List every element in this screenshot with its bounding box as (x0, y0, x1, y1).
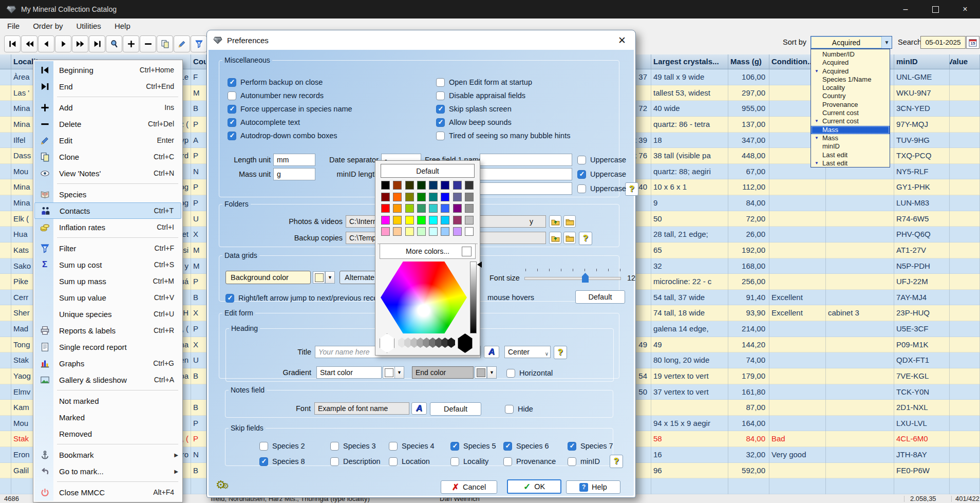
menu-item-add[interactable]: AddIns (34, 99, 181, 116)
color-swatch[interactable] (465, 181, 474, 190)
menu-item-beginning[interactable]: BeginningCtrl+Home (34, 62, 181, 78)
horizontal-checkbox[interactable]: Horizontal (506, 366, 553, 380)
color-swatch[interactable] (465, 193, 474, 201)
help-button[interactable]: ? Help (566, 480, 620, 494)
color-swatch[interactable] (417, 227, 426, 236)
chevron-down-icon[interactable]: ▼ (881, 36, 892, 48)
hex-color-wheel[interactable] (381, 262, 467, 333)
skip-checkbox-species-3[interactable]: Species 3 (330, 439, 376, 453)
skip-checkbox-location[interactable]: Location (389, 455, 430, 468)
menu-item-sum-up-mass[interactable]: Sum up massCtrl+M (34, 273, 181, 289)
search-input[interactable]: 05-01-2025 (920, 36, 966, 49)
color-swatch[interactable] (453, 181, 462, 190)
align-combobox[interactable]: Center∨ (504, 346, 551, 358)
color-swatch[interactable] (381, 216, 390, 225)
menu-item-gallery-slideshow[interactable]: Gallery & slideshowCtrl+A (34, 371, 181, 388)
toolbar-prev-button[interactable] (38, 35, 54, 52)
sort-option-minid[interactable]: minID (811, 142, 890, 151)
sort-option-acquired[interactable]: ▼Acquired (811, 67, 890, 76)
start-color-swatch[interactable] (383, 366, 395, 379)
menu-item-unique-species[interactable]: Unique speciesCtrl+U (34, 306, 181, 322)
menu-item-sum-up-value[interactable]: Sum up valueCtrl+V (34, 289, 181, 306)
free-field-2-input[interactable] (480, 168, 572, 180)
skip-checkbox-species-7[interactable]: Species 7 (568, 439, 613, 453)
help-button[interactable]: ? (625, 182, 638, 196)
color-swatch[interactable] (441, 181, 449, 190)
toolbar-add-button[interactable] (123, 35, 139, 52)
menu-item-go-to-mark-[interactable]: Go to mark...▶ (34, 463, 181, 479)
toolbar-clone-button[interactable] (157, 35, 173, 52)
maximize-icon[interactable] (920, 0, 950, 18)
menu-item-graphs[interactable]: GraphsCtrl+G (34, 355, 181, 371)
menu-item-contacts[interactable]: ContactsCtrl+T (34, 202, 181, 219)
menu-item-not-marked[interactable]: Not marked (34, 393, 181, 409)
color-swatch[interactable] (381, 181, 390, 190)
sort-option-locality[interactable]: Locality (811, 84, 890, 92)
color-swatch[interactable] (381, 193, 390, 201)
skip-checkbox-species-5[interactable]: Species 5 (450, 439, 496, 453)
help-button[interactable]: ? (610, 455, 623, 468)
color-swatch[interactable] (393, 181, 402, 190)
column-header-big[interactable]: Largest crystals... (651, 54, 728, 69)
toolbar-last-button[interactable] (89, 35, 105, 52)
mass-unit-input[interactable]: g (273, 168, 315, 180)
misc-checkbox[interactable]: Autocomplete text (228, 116, 352, 129)
menu-item-delete[interactable]: DeleteCtrl+Del (34, 116, 181, 132)
color-swatch[interactable] (453, 216, 462, 225)
menu-item-species[interactable]: Species (34, 186, 181, 202)
default-color-button[interactable]: Default (381, 164, 475, 178)
sort-by-combobox[interactable]: Acquired ▼ (811, 36, 892, 49)
browse-folder-button[interactable] (563, 215, 576, 228)
notes-default-button[interactable]: Default (430, 402, 481, 416)
cancel-button[interactable]: ✗ Cancel (441, 480, 497, 494)
menu-item-filter[interactable]: FilterCtrl+F (34, 240, 181, 256)
color-swatch[interactable] (393, 193, 402, 201)
sort-option-last-edit[interactable]: Last edit (811, 151, 890, 159)
sort-option-current-cost[interactable]: ▼Current cost (811, 117, 890, 125)
color-swatch[interactable] (453, 204, 462, 213)
chevron-down-icon[interactable]: ▼ (487, 366, 497, 379)
more-colors-button[interactable]: More colors... (380, 244, 476, 259)
color-swatch[interactable] (441, 227, 449, 236)
color-swatch[interactable] (405, 181, 414, 190)
color-swatch[interactable] (417, 181, 426, 190)
free-field-1-input[interactable] (480, 154, 572, 166)
free-field-3-input[interactable] (480, 182, 572, 195)
color-swatch[interactable] (393, 216, 402, 225)
menu-item-bookmark[interactable]: Bookmark▶ (34, 446, 181, 463)
grid-default-button[interactable]: Default (575, 290, 625, 304)
toolbar-filter-button[interactable] (191, 35, 207, 52)
color-swatch[interactable] (441, 216, 449, 225)
menu-item-close-mmcc[interactable]: Close MMCCAlt+F4 (34, 484, 181, 500)
skip-checkbox-species-8[interactable]: Species 8 (259, 455, 305, 468)
toolbar-zoom-button[interactable] (106, 35, 122, 52)
grayscale-marker-icon[interactable] (477, 262, 482, 268)
slider-thumb[interactable] (582, 273, 589, 283)
browse-home-button[interactable] (549, 232, 561, 244)
skip-checkbox-species-6[interactable]: Species 6 (503, 439, 549, 453)
font-picker-button[interactable]: A (411, 402, 427, 415)
color-swatch[interactable] (465, 216, 474, 225)
menubar-item-help[interactable]: Help (115, 22, 130, 30)
color-swatch[interactable] (429, 216, 438, 225)
sort-option-acquired[interactable]: Acquired (811, 59, 890, 67)
menubar-item-utilities[interactable]: Utilities (77, 22, 101, 30)
color-swatch[interactable] (405, 227, 414, 236)
skip-checkbox-species-2[interactable]: Species 2 (259, 439, 305, 453)
misc-checkbox[interactable]: Tired of seeing so many bubble hints (436, 129, 570, 142)
menubar-item-order-by[interactable]: Order by (33, 22, 63, 30)
font-size-slider[interactable] (524, 277, 621, 280)
notes-font-input[interactable]: Example of font name (314, 402, 409, 415)
help-button[interactable]: ? (554, 346, 567, 359)
color-swatch[interactable] (429, 181, 438, 190)
menu-item-reports-labels[interactable]: Reports & labelsCtrl+R (34, 322, 181, 339)
length-unit-input[interactable]: mm (273, 154, 315, 166)
color-swatch[interactable] (453, 227, 462, 236)
misc-checkbox[interactable]: Allow beep sounds (436, 116, 570, 129)
arrow-jump-checkbox[interactable]: Right/left arrow jump to next/previous r… (225, 291, 385, 305)
gray-hex[interactable] (447, 338, 455, 348)
sort-option-species-1-name[interactable]: Species 1/Name (811, 76, 890, 84)
chevron-down-icon[interactable]: ▼ (394, 366, 404, 379)
column-header-gutter[interactable] (0, 54, 11, 69)
sort-option-last-edit[interactable]: ▼Last edit (811, 159, 890, 167)
